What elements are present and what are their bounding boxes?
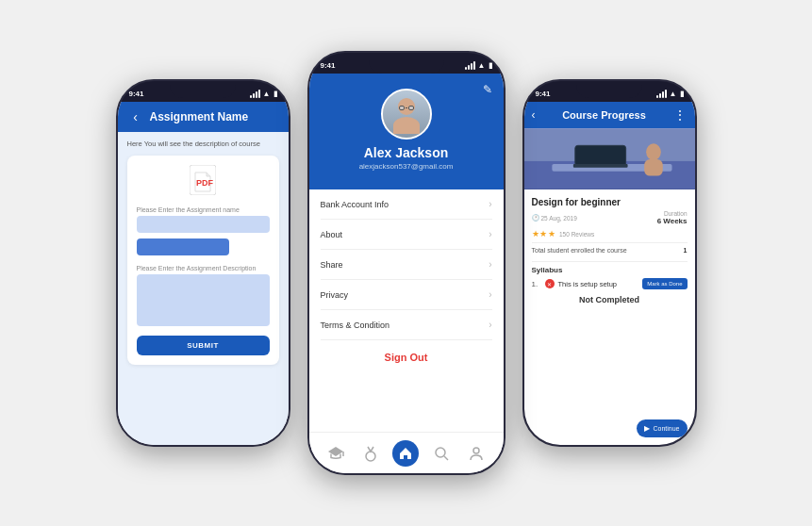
avatar [381,89,432,140]
menu-label-privacy: Privacy [321,290,349,300]
notch-1 [170,81,236,98]
incomplete-dot: ✕ [545,279,555,288]
wifi-icon-1: ▲ [263,90,271,98]
course-meta-right: Duration 6 Weeks [657,210,688,225]
bottom-navbar [309,432,504,473]
edit-icon[interactable]: ✎ [483,83,492,96]
menu-label-about: About [321,230,343,239]
play-icon: ▶ [644,424,650,433]
menu-item-privacy[interactable]: Privacy › [321,280,492,310]
chevron-terms: › [489,320,491,330]
battery-icon-1: ▮ [273,90,277,98]
glass-bridge [406,107,407,108]
course-header: ‹ Course Progress ⋮ [524,102,695,128]
submit-button[interactable]: SUBMIT [137,336,270,355]
assignment-name-input-blue[interactable] [137,238,230,255]
user-email: alexjackson537@gmail.com [321,162,492,171]
syllabus-item-text: This is setup setup [558,280,639,288]
glass-left [399,106,405,110]
assignment-header: ‹ Assignment Name [118,102,289,132]
nav-achievements[interactable] [357,440,384,467]
continue-button[interactable]: ▶ Continue [637,419,687,437]
course-date: 🕐 25 Aug, 2019 [532,214,577,222]
phone2-screen: ✎ Alex Jackson alexjackson537@gmail.com [309,74,504,473]
phone-profile: 9:41 ▲ ▮ ✎ [307,51,505,475]
nav-home[interactable] [392,440,419,467]
banner-scene [524,128,695,189]
sb3-2 [471,63,472,70]
notch-2 [369,53,444,74]
sb1-3 [656,95,658,98]
menu-item-share[interactable]: Share › [321,250,492,280]
item-number: 1. [532,280,541,288]
svg-rect-11 [574,145,625,166]
svg-point-5 [436,448,445,457]
continue-label: Continue [653,425,679,432]
chevron-privacy: › [489,289,491,300]
wifi-icon-3: ▲ [670,90,677,98]
sb2 [253,93,255,98]
nav-profile[interactable] [463,440,489,467]
phone1-screen: ‹ Assignment Name Here You will see the … [118,102,289,445]
sb1-2 [465,67,467,70]
svg-point-7 [473,448,479,453]
profile-menu: Bank Account Info › About › Share › Priv… [309,189,504,374]
enrolled-row: Total student enrolled the course 1 [532,247,688,257]
sb3 [256,91,257,98]
course-meta: 🕐 25 Aug, 2019 Duration 6 Weeks [532,210,688,225]
menu-item-terms[interactable]: Terms & Condition › [321,310,492,340]
status-icons-2: ▲ ▮ [465,61,492,70]
avatar-body [393,117,420,134]
enrolled-count: 1 [684,247,688,257]
assignment-description: Here You will see the description of cou… [127,140,279,148]
syllabus-title: Syllabus [532,266,688,274]
svg-rect-14 [644,159,663,176]
divider-2 [532,261,688,262]
wifi-icon-2: ▲ [478,61,486,70]
menu-item-bank[interactable]: Bank Account Info › [321,189,492,220]
assignment-title: Assignment Name [150,110,249,123]
more-options-icon[interactable]: ⋮ [673,107,688,123]
sb3-3 [662,91,664,98]
assignment-body: Here You will see the description of cou… [118,132,289,445]
chevron-bank: › [489,199,491,209]
assignment-card: PDF Please Enter the Assignment name Ple… [127,156,279,365]
back-button-1[interactable]: ‹ [127,109,144,124]
duration-label: Duration [657,210,688,217]
mark-done-button[interactable]: Mark as Done [642,278,687,289]
sb4-2 [473,61,475,70]
user-name: Alex Jackson [321,145,492,160]
menu-item-about[interactable]: About › [321,220,492,250]
nav-courses[interactable] [323,440,349,467]
assignment-description-input[interactable] [137,274,270,326]
chevron-about: › [489,229,491,239]
sb1 [250,95,252,98]
status-time-1: 9:41 [129,90,144,98]
assignment-name-input[interactable] [137,216,270,233]
phone-assignment: 9:41 ▲ ▮ ‹ Assignment Name Here You will… [116,79,290,447]
calendar-icon: 🕐 [532,214,539,222]
menu-label-share: Share [321,260,343,270]
field2-label: Please Enter the Assignment Description [137,265,270,271]
course-title: Design for beginner [532,197,688,207]
battery-icon-3: ▮ [680,90,684,98]
signout-button[interactable]: Sign Out [321,340,492,374]
phone3-screen: ‹ Course Progress ⋮ [524,102,695,445]
course-meta-left: 🕐 25 Aug, 2019 [532,214,577,222]
profile-header: ✎ Alex Jackson alexjackson537@gmail.com [309,74,504,189]
back-button-3[interactable]: ‹ [532,108,536,122]
divider-1 [532,242,688,243]
glass-right [408,106,414,110]
glasses [399,106,414,110]
scene: 9:41 ▲ ▮ ‹ Assignment Name Here You will… [97,32,716,494]
sb2-3 [659,93,661,98]
signal-bars-1 [250,90,260,98]
nav-search[interactable] [428,440,455,467]
status-time-3: 9:41 [536,90,551,98]
stars: ★★★ [532,229,556,238]
svg-line-6 [444,456,448,460]
status-icons-3: ▲ ▮ [656,90,684,98]
enrolled-label: Total student enrolled the course [532,247,627,254]
svg-point-13 [646,143,661,160]
status-icons-1: ▲ ▮ [250,90,277,98]
